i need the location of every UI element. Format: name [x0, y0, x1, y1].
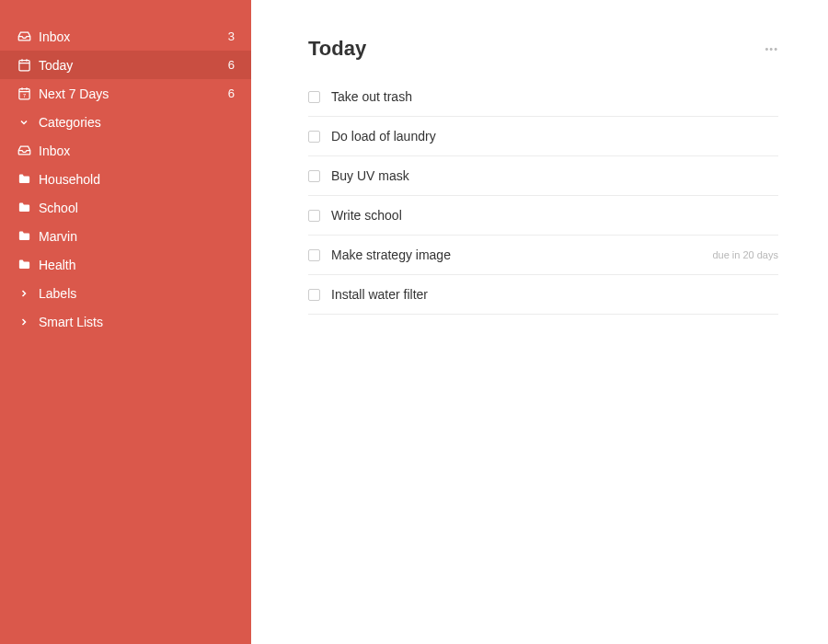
- sidebar-item-count: 3: [228, 29, 235, 43]
- folder-icon: [17, 172, 31, 187]
- task-row[interactable]: Write school: [308, 196, 778, 236]
- sidebar-item-category-inbox[interactable]: Inbox: [0, 136, 251, 165]
- sidebar-item-marvin[interactable]: Marvin: [0, 222, 251, 250]
- task-checkbox[interactable]: [308, 131, 320, 143]
- task-row[interactable]: Make strategy image due in 20 days: [308, 236, 778, 275]
- sidebar-item-inbox[interactable]: Inbox 3: [0, 22, 251, 51]
- task-checkbox[interactable]: [308, 249, 320, 261]
- sidebar-item-label: Smart Lists: [39, 315, 235, 329]
- chevron-right-icon: [17, 315, 31, 329]
- sidebar: Inbox 3 Today 6 7 Next 7 Days 6 Categori…: [0, 0, 251, 644]
- chevron-down-icon: [17, 115, 31, 130]
- task-label: Make strategy image: [331, 247, 712, 262]
- task-row[interactable]: Install water filter: [308, 275, 778, 315]
- sidebar-item-label: Next 7 Days: [39, 86, 228, 101]
- sidebar-item-labels[interactable]: Labels: [0, 279, 251, 307]
- sidebar-item-label: Inbox: [39, 29, 228, 44]
- sidebar-item-count: 6: [228, 86, 235, 100]
- sidebar-item-today[interactable]: Today 6: [0, 51, 251, 79]
- sidebar-item-categories[interactable]: Categories: [0, 108, 251, 136]
- sidebar-item-label: Household: [39, 172, 235, 187]
- task-checkbox[interactable]: [308, 91, 320, 103]
- folder-icon: [17, 229, 31, 244]
- task-label: Install water filter: [331, 287, 778, 302]
- chevron-right-icon: [17, 286, 31, 301]
- sidebar-item-label: Categories: [39, 115, 235, 130]
- main-content: Today ••• Take out trash Do load of laun…: [251, 0, 828, 644]
- more-icon[interactable]: •••: [765, 43, 778, 54]
- calendar-today-icon: [17, 58, 31, 73]
- page-title: Today: [308, 37, 366, 61]
- inbox-icon: [17, 29, 31, 44]
- task-row[interactable]: Do load of laundry: [308, 117, 778, 156]
- header-row: Today •••: [308, 37, 778, 61]
- folder-icon: [17, 258, 31, 272]
- task-row[interactable]: Take out trash: [308, 77, 778, 117]
- task-label: Buy UV mask: [331, 168, 778, 183]
- sidebar-item-label: School: [39, 201, 235, 215]
- calendar-week-icon: 7: [17, 86, 31, 101]
- svg-rect-0: [18, 61, 29, 71]
- task-due: due in 20 days: [712, 249, 778, 260]
- task-label: Take out trash: [331, 89, 778, 104]
- task-label: Write school: [331, 208, 778, 223]
- folder-icon: [17, 201, 31, 215]
- sidebar-item-label: Labels: [39, 286, 235, 301]
- sidebar-item-label: Today: [39, 58, 228, 73]
- svg-text:7: 7: [22, 93, 25, 98]
- task-label: Do load of laundry: [331, 129, 778, 144]
- sidebar-item-household[interactable]: Household: [0, 165, 251, 193]
- task-checkbox[interactable]: [308, 210, 320, 222]
- sidebar-item-label: Health: [39, 258, 235, 272]
- sidebar-item-label: Inbox: [39, 144, 235, 158]
- sidebar-item-label: Marvin: [39, 229, 235, 244]
- sidebar-item-smart-lists[interactable]: Smart Lists: [0, 307, 251, 336]
- task-row[interactable]: Buy UV mask: [308, 156, 778, 196]
- sidebar-item-next7days[interactable]: 7 Next 7 Days 6: [0, 79, 251, 108]
- sidebar-item-health[interactable]: Health: [0, 250, 251, 279]
- sidebar-item-count: 6: [228, 58, 235, 72]
- sidebar-item-school[interactable]: School: [0, 193, 251, 222]
- task-checkbox[interactable]: [308, 170, 320, 182]
- inbox-icon: [17, 144, 31, 158]
- task-checkbox[interactable]: [308, 289, 320, 301]
